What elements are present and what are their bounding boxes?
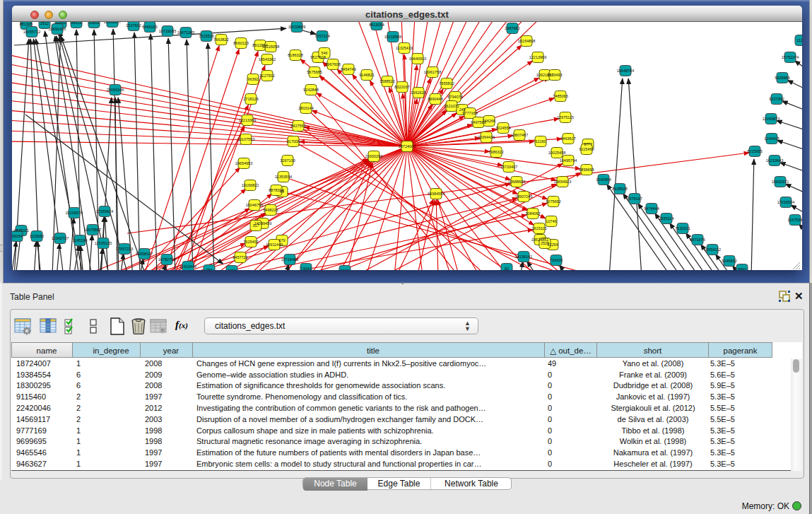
- svg-text:62: 62: [505, 267, 509, 270]
- svg-text:10975867: 10975867: [84, 228, 101, 232]
- svg-text:16154808: 16154808: [518, 39, 535, 43]
- svg-text:9329966: 9329966: [775, 76, 789, 80]
- svg-text:9777169: 9777169: [462, 111, 477, 115]
- svg-text:16911449: 16911449: [266, 243, 283, 247]
- svg-text:8186328: 8186328: [288, 53, 302, 57]
- svg-text:7663822: 7663822: [213, 37, 228, 42]
- svg-text:20364436: 20364436: [478, 135, 495, 139]
- svg-text:8660123: 8660123: [233, 41, 248, 45]
- svg-text:9245652: 9245652: [722, 259, 736, 263]
- svg-text:8427552: 8427552: [290, 124, 305, 128]
- svg-text:10719185: 10719185: [159, 29, 176, 33]
- svg-text:2525: 2525: [541, 241, 549, 245]
- svg-text:7955812: 7955812: [439, 81, 454, 86]
- svg-text:10653: 10653: [88, 22, 99, 25]
- svg-text:984: 984: [206, 268, 212, 270]
- svg-text:1293: 1293: [228, 269, 236, 270]
- svg-text:16210643: 16210643: [766, 158, 783, 163]
- svg-text:12213969: 12213969: [529, 55, 546, 59]
- svg-text:9115460: 9115460: [579, 147, 594, 151]
- svg-text:10107553: 10107553: [237, 137, 254, 141]
- svg-text:18907249: 18907249: [515, 194, 532, 199]
- svg-text:1527602: 1527602: [126, 23, 141, 28]
- svg-text:917006: 917006: [287, 139, 300, 144]
- svg-text:96619: 96619: [71, 22, 81, 25]
- svg-text:1244415: 1244415: [764, 136, 779, 141]
- svg-text:1640954: 1640954: [596, 177, 611, 182]
- svg-text:16671385: 16671385: [177, 30, 194, 35]
- svg-text:1562615: 1562615: [411, 90, 425, 95]
- svg-text:9242848: 9242848: [303, 88, 318, 92]
- svg-text:3267130: 3267130: [280, 158, 295, 163]
- svg-text:10688609: 10688609: [508, 180, 525, 184]
- svg-text:7986322: 7986322: [488, 150, 503, 154]
- svg-text:12213369: 12213369: [239, 118, 256, 122]
- svg-text:2512: 2512: [40, 22, 49, 25]
- svg-text:8938928: 8938928: [612, 187, 627, 191]
- svg-text:1167534: 1167534: [787, 218, 802, 222]
- svg-text:16782759: 16782759: [158, 257, 175, 262]
- svg-text:16640910: 16640910: [409, 57, 426, 61]
- svg-text:15692971: 15692971: [772, 180, 789, 184]
- svg-text:10807487: 10807487: [511, 133, 528, 137]
- svg-text:9127502: 9127502: [259, 74, 274, 78]
- svg-text:2718126: 2718126: [243, 97, 258, 101]
- svg-text:10958107: 10958107: [136, 252, 153, 256]
- svg-text:10025458: 10025458: [548, 151, 565, 155]
- svg-text:9245: 9245: [341, 269, 349, 270]
- svg-text:19384554: 19384554: [428, 192, 445, 196]
- svg-text:20553: 20553: [55, 22, 66, 25]
- svg-text:1145194: 1145194: [72, 238, 87, 243]
- svg-text:9146821: 9146821: [359, 73, 374, 77]
- svg-text:1621072: 1621072: [444, 104, 459, 108]
- svg-text:6466160: 6466160: [142, 25, 157, 29]
- svg-text:15720407: 15720407: [500, 165, 517, 169]
- svg-text:8878334: 8878334: [269, 188, 283, 192]
- svg-text:12093873: 12093873: [763, 117, 779, 121]
- svg-text:10746: 10746: [546, 219, 556, 223]
- svg-text:19654923: 19654923: [554, 180, 571, 184]
- svg-text:15751074: 15751074: [782, 55, 799, 59]
- svg-text:2987682: 2987682: [505, 26, 519, 30]
- svg-text:5498222: 5498222: [263, 208, 278, 212]
- svg-text:2935114: 2935114: [659, 216, 673, 221]
- svg-text:9075692: 9075692: [546, 199, 560, 204]
- svg-text:7485063: 7485063: [553, 94, 567, 98]
- svg-text:746266: 746266: [483, 119, 495, 123]
- svg-text:2835001: 2835001: [13, 228, 28, 233]
- svg-text:16648784: 16648784: [617, 69, 634, 73]
- svg-text:17359924: 17359924: [96, 209, 113, 214]
- svg-text:23300293: 23300293: [365, 154, 382, 158]
- svg-text:1121: 1121: [796, 38, 802, 42]
- svg-text:12505135: 12505135: [95, 241, 112, 245]
- svg-text:39154: 39154: [12, 234, 23, 238]
- svg-text:7357224: 7357224: [314, 34, 329, 38]
- svg-text:9474444: 9474444: [644, 206, 659, 211]
- svg-text:2967608: 2967608: [325, 62, 340, 66]
- svg-text:19654953: 19654953: [235, 161, 252, 165]
- svg-text:16961758: 16961758: [424, 70, 441, 74]
- svg-text:6794078: 6794078: [447, 95, 462, 99]
- svg-text:29053346: 29053346: [107, 88, 124, 92]
- svg-text:15716485: 15716485: [281, 257, 298, 262]
- svg-text:17957223: 17957223: [116, 247, 133, 251]
- svg-text:19218506: 19218506: [384, 35, 401, 39]
- svg-text:733426: 733426: [550, 258, 563, 262]
- svg-text:16495794: 16495794: [560, 158, 577, 163]
- svg-text:11923446: 11923446: [180, 264, 196, 269]
- svg-text:7625402: 7625402: [243, 240, 258, 244]
- svg-text:20691406: 20691406: [49, 27, 66, 31]
- svg-text:19166822: 19166822: [242, 183, 259, 187]
- svg-text:8215955: 8215955: [747, 149, 762, 153]
- svg-text:881305: 881305: [20, 22, 33, 26]
- svg-text:8322037: 8322037: [394, 85, 409, 89]
- svg-text:546: 546: [321, 51, 327, 55]
- svg-text:18724007: 18724007: [399, 144, 416, 148]
- svg-text:1615115: 1615115: [531, 226, 546, 230]
- svg-text:7515526: 7515526: [199, 34, 213, 38]
- svg-text:10653267: 10653267: [104, 22, 121, 24]
- svg-text:16543362: 16543362: [259, 57, 276, 62]
- svg-text:6379197: 6379197: [627, 197, 642, 201]
- svg-text:14136141: 14136141: [515, 255, 532, 259]
- svg-text:1173493: 1173493: [547, 73, 562, 77]
